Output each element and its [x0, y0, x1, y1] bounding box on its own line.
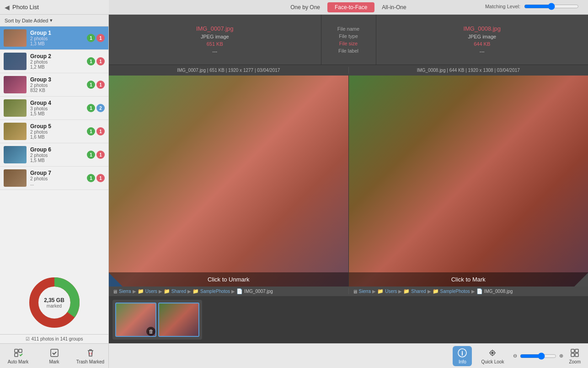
- group-info-5: Group 5 2 photos1,6 MB: [30, 123, 83, 140]
- image-pane-left[interactable]: Click to Unmark: [109, 76, 349, 287]
- zoom-out-icon[interactable]: ⊖: [513, 353, 517, 359]
- thumb-2[interactable]: [158, 303, 199, 337]
- group-name-5: Group 5: [30, 123, 83, 130]
- sort-label: Sort by Date Added: [5, 18, 48, 23]
- svg-point-8: [492, 352, 493, 354]
- group-badges-2: 1 1: [87, 57, 105, 65]
- zoom-slider[interactable]: [520, 352, 556, 360]
- folder-icon-left1: 📁: [138, 288, 144, 294]
- mark-button[interactable]: Mark: [36, 344, 72, 368]
- mark-label: Mark: [49, 359, 59, 364]
- filetype-label: File type: [339, 33, 358, 39]
- badge-green-3: 1: [87, 81, 95, 89]
- group-details-5: 2 photos1,6 MB: [30, 130, 83, 140]
- left-filesize: 651 KB: [207, 41, 223, 47]
- quick-look-button[interactable]: Quick Look: [476, 346, 508, 366]
- group-badges-4: 1 2: [87, 104, 105, 112]
- zoom-label: Zoom: [569, 359, 581, 364]
- matching-level: Matching Level:: [485, 3, 579, 10]
- file-info-header: IMG_0007.jpg JPEG image 651 KB --- File …: [109, 15, 588, 65]
- back-icon[interactable]: ◀: [5, 4, 10, 11]
- bc-users-right[interactable]: Users: [385, 289, 397, 294]
- left-filename: IMG_0007.jpg: [196, 25, 234, 32]
- bc-sierra-right[interactable]: Sierra: [359, 289, 371, 294]
- breadcrumb-bar: 🖥 Sierra ▶ 📁 Users ▶ 📁 Shared ▶ 📁 Sample…: [109, 287, 588, 296]
- file-icon-left: 📄: [236, 288, 243, 294]
- group-item-7[interactable]: Group 7 2 photos... 1 1: [0, 167, 108, 190]
- tab-face-to-face[interactable]: Face-to-Face: [327, 2, 374, 12]
- right-filelabel: ---: [480, 49, 485, 54]
- file-info-middle: File name File type File size File label: [321, 15, 376, 65]
- group-badges-3: 1 1: [87, 81, 105, 89]
- mark-icon: [49, 348, 59, 358]
- thumb-mark-btn-1[interactable]: 🗑: [146, 327, 155, 336]
- badge-green-6: 1: [87, 151, 95, 159]
- svg-rect-4: [15, 353, 18, 357]
- bc-filename-right: IMG_0008.jpg: [484, 289, 513, 294]
- svg-rect-12: [575, 353, 578, 357]
- bc-samplephotos-right[interactable]: SamplePhotos: [440, 289, 470, 294]
- group-details-2: 2 photos1,2 MB: [30, 60, 83, 70]
- group-badges-7: 1 1: [87, 174, 105, 182]
- group-badges-5: 1 1: [87, 127, 105, 135]
- badge-green-7: 1: [87, 174, 95, 182]
- group-name-7: Group 7: [30, 170, 83, 176]
- zoom-in-icon[interactable]: ⊕: [559, 353, 563, 359]
- info-button[interactable]: Info: [453, 346, 472, 366]
- badge-green-1: 1: [87, 34, 95, 42]
- group-item-5[interactable]: Group 5 2 photos1,6 MB 1 1: [0, 120, 108, 143]
- folder-icon-right1: 📁: [377, 288, 384, 294]
- group-item-1[interactable]: Group 1 2 photos1,3 MB 1 1: [0, 27, 108, 50]
- folder-icon-left2: 📁: [164, 288, 170, 294]
- badge-colored-6: 1: [96, 151, 105, 159]
- main-content: IMG_0007.jpg JPEG image 651 KB --- File …: [109, 15, 588, 343]
- svg-rect-3: [19, 349, 22, 352]
- left-action-label[interactable]: Click to Unmark: [109, 272, 348, 287]
- group-info-7: Group 7 2 photos...: [30, 170, 83, 186]
- bc-shared-left[interactable]: Shared: [171, 289, 186, 294]
- group-item-6[interactable]: Group 6 2 photos1,5 MB 1 1: [0, 143, 108, 167]
- badge-colored-1: 1: [96, 34, 105, 42]
- zoom-control: ⊖ ⊕ Zoom: [513, 347, 583, 365]
- filesize-label: File size: [339, 41, 358, 46]
- tab-one-by-one[interactable]: One by One: [283, 2, 327, 12]
- bc-shared-right[interactable]: Shared: [411, 289, 426, 294]
- matching-level-label: Matching Level:: [485, 4, 520, 9]
- bc-samplephotos-left[interactable]: SamplePhotos: [200, 289, 230, 294]
- trash-marked-button[interactable]: Trash Marked: [72, 344, 108, 368]
- thumb-1[interactable]: 🗑: [115, 303, 156, 337]
- file-panel-right: IMG_0008.jpg JPEG image 644 KB ---: [376, 15, 588, 65]
- group-item-3[interactable]: Group 3 2 photos832 KB 1 1: [0, 73, 108, 97]
- right-action-label[interactable]: Click to Mark: [349, 272, 588, 287]
- folder-icon-left3: 📁: [192, 288, 199, 294]
- image-pane-right[interactable]: Click to Mark: [349, 76, 588, 287]
- left-filelabel: ---: [212, 49, 217, 54]
- group-item-2[interactable]: Group 2 2 photos1,2 MB 1 1: [0, 50, 108, 73]
- zoom-fit-icon: [570, 348, 580, 358]
- tab-all-in-one[interactable]: All-in-One: [374, 2, 413, 12]
- toolbar-left: Auto Mark Mark Trash Marked: [0, 344, 109, 368]
- trash-marked-icon: [86, 348, 96, 358]
- badge-colored-4: 2: [96, 104, 105, 112]
- group-item-4[interactable]: Group 4 3 photos1,5 MB 1 2: [0, 97, 108, 120]
- hdd-icon-right: 🖥: [353, 289, 358, 294]
- footer-count: ☑ 411 photos in 141 groups: [0, 334, 109, 343]
- auto-mark-button[interactable]: Auto Mark: [0, 344, 36, 368]
- badge-colored-2: 1: [96, 57, 105, 65]
- matching-level-slider[interactable]: [524, 3, 579, 10]
- view-tabs: One by One Face-to-Face All-in-One Match…: [109, 0, 588, 15]
- bc-sierra-left[interactable]: Sierra: [119, 289, 131, 294]
- zoom-label-button[interactable]: Zoom: [566, 347, 583, 365]
- sort-bar[interactable]: Sort by Date Added ▾: [0, 15, 108, 27]
- right-filesize: 644 KB: [474, 41, 490, 47]
- group-thumb-4: [4, 99, 27, 117]
- group-details-6: 2 photos1,5 MB: [30, 153, 83, 163]
- image-meta-bar: IMG_0007.jpg | 651 KB | 1920 x 1277 | 03…: [109, 65, 588, 76]
- group-details-7: 2 photos...: [30, 176, 83, 186]
- svg-rect-10: [575, 349, 578, 352]
- badge-colored-7: 1: [96, 174, 105, 182]
- left-filetype: JPEG image: [201, 34, 229, 39]
- bc-users-left[interactable]: Users: [145, 289, 157, 294]
- folder-icon-right3: 📁: [433, 288, 439, 294]
- svg-rect-2: [15, 349, 18, 352]
